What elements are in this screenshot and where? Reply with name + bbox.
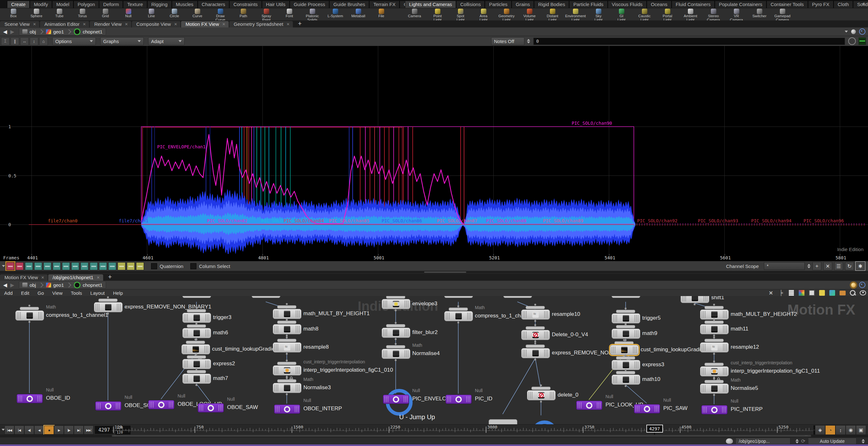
shelf-tab-lights-and-cameras[interactable]: Lights and Cameras bbox=[405, 1, 456, 8]
shelf-tool-draw-curve[interactable]: Draw Curve bbox=[209, 8, 232, 22]
shelf-tool-camera[interactable]: Camera bbox=[403, 8, 426, 22]
input-connector[interactable] bbox=[625, 323, 626, 325]
current-frame-marker[interactable]: 4297 bbox=[646, 424, 663, 433]
scroll-grip-left[interactable]: ⋯ bbox=[114, 435, 117, 437]
menu-go[interactable]: Go bbox=[34, 290, 48, 296]
channel-color-swatch-4[interactable] bbox=[43, 262, 52, 270]
global-animation-options-icon[interactable]: ▣ bbox=[856, 425, 866, 435]
node-body[interactable] bbox=[15, 310, 44, 321]
node-body[interactable] bbox=[444, 311, 473, 321]
tree-view-icon[interactable]: ╞ bbox=[778, 290, 784, 296]
node-body[interactable] bbox=[681, 296, 709, 303]
display-options-icon[interactable] bbox=[809, 290, 815, 296]
node-body[interactable] bbox=[521, 348, 550, 358]
background-image-icon[interactable] bbox=[829, 290, 835, 296]
shelf-tab-terrain-fx[interactable]: Terrain FX bbox=[369, 1, 400, 8]
notes-spinner[interactable] bbox=[527, 39, 530, 43]
shelf-tab-hair-utils[interactable]: Hair Utils bbox=[262, 1, 290, 8]
close-tab-icon[interactable]: ✕ bbox=[41, 274, 44, 281]
timeline-scroll-handle[interactable] bbox=[112, 435, 811, 437]
shelf-tool-tube[interactable]: Tube bbox=[48, 8, 71, 22]
menu-layout[interactable]: Layout bbox=[86, 290, 109, 296]
node-body[interactable] bbox=[95, 401, 121, 411]
shelf-tool-point-light[interactable]: Point Light bbox=[426, 8, 449, 22]
pane-tab-composite-view[interactable]: Composite View✕ bbox=[132, 21, 180, 28]
shelf-tool-ambient-light[interactable]: Ambient Light bbox=[679, 8, 702, 22]
output-connector[interactable] bbox=[457, 321, 459, 323]
refresh-scope-button[interactable]: ↻ bbox=[845, 262, 854, 270]
node-body[interactable] bbox=[701, 405, 727, 414]
menu-add[interactable]: Add bbox=[0, 290, 17, 296]
node-body[interactable] bbox=[273, 383, 302, 393]
fit-vertical-icon[interactable]: ↕ bbox=[30, 37, 38, 45]
ibeam-icon[interactable]: ⌶ bbox=[1, 37, 9, 45]
pin-icon-active[interactable] bbox=[851, 283, 856, 287]
input-connector[interactable] bbox=[713, 318, 715, 320]
node-body[interactable] bbox=[148, 400, 174, 409]
shelf-tool-torus[interactable]: Torus bbox=[71, 8, 94, 22]
input-connector[interactable] bbox=[713, 378, 715, 380]
back-arrow-icon[interactable]: ◀ bbox=[3, 29, 7, 35]
node-body[interactable] bbox=[273, 309, 302, 319]
pane-tab-motion-fx-view[interactable]: Motion FX View✕ bbox=[0, 274, 48, 281]
step-back-button[interactable]: ◀| bbox=[24, 425, 34, 435]
node-body[interactable] bbox=[182, 328, 211, 338]
breadcrumb-item-obj[interactable]: obj bbox=[22, 282, 36, 288]
search-icon[interactable] bbox=[849, 290, 856, 296]
shelf-tool-portal-light[interactable]: Portal Light bbox=[656, 8, 679, 22]
node-body[interactable] bbox=[610, 345, 639, 355]
home-icon[interactable]: ⌂ bbox=[39, 37, 48, 45]
shelf-tool-stereo-camera[interactable]: Stereo Camera bbox=[702, 8, 725, 22]
output-connector[interactable] bbox=[395, 338, 397, 340]
shelf-tool-environment-light[interactable]: Environment Light bbox=[564, 8, 587, 22]
shelf-tab-rigid-bodies[interactable]: Rigid Bodies bbox=[534, 1, 569, 8]
splitter-handle[interactable] bbox=[424, 272, 466, 273]
shelf-overflow-icon[interactable]: ▼ bbox=[862, 2, 865, 6]
input-connector[interactable] bbox=[286, 318, 288, 320]
channel-scope-field[interactable]: * bbox=[764, 262, 805, 270]
close-tab-icon[interactable]: ✕ bbox=[286, 21, 290, 28]
input-connector[interactable] bbox=[625, 308, 626, 309]
node-body[interactable] bbox=[700, 342, 729, 352]
channel-color-swatch-7[interactable] bbox=[71, 262, 79, 270]
node-body[interactable] bbox=[273, 324, 302, 334]
node-body[interactable] bbox=[521, 309, 550, 320]
node-body[interactable] bbox=[274, 405, 300, 414]
column-select-checkbox[interactable] bbox=[190, 263, 196, 269]
close-tab-icon[interactable]: ✕ bbox=[33, 21, 36, 28]
shelf-tab-viscous-fluids[interactable]: Viscous Fluids bbox=[608, 1, 647, 8]
node-body[interactable] bbox=[382, 299, 410, 309]
update-mode-dropdown[interactable]: Auto Update bbox=[808, 438, 857, 444]
list-scope-button[interactable]: ☰ bbox=[834, 262, 843, 270]
step-forward-button[interactable]: |▶ bbox=[64, 425, 74, 435]
forward-arrow-icon[interactable]: ▶ bbox=[10, 29, 14, 35]
adapt-dropdown[interactable]: Adapt bbox=[148, 37, 185, 45]
output-connector[interactable] bbox=[395, 359, 397, 361]
shelf-tab-create[interactable]: Create bbox=[7, 1, 30, 8]
stop-button[interactable]: ■ bbox=[44, 425, 54, 435]
input-connector[interactable] bbox=[195, 307, 197, 309]
breadcrumb-item-geo1[interactable]: geo1 bbox=[46, 282, 64, 288]
node-body[interactable] bbox=[198, 403, 224, 412]
pane-tab-scene-view[interactable]: Scene View✕ bbox=[0, 21, 39, 28]
shelf-tool-spray-paint[interactable]: Spray Paint bbox=[255, 8, 278, 22]
shelf-tool-line[interactable]: Line bbox=[140, 8, 163, 22]
next-keyframe-button[interactable]: ▶| bbox=[74, 425, 84, 435]
node-body[interactable] bbox=[634, 404, 660, 413]
play-reverse-button[interactable]: ◀ bbox=[34, 425, 44, 435]
input-connector[interactable] bbox=[623, 339, 625, 341]
output-connector[interactable] bbox=[625, 385, 626, 387]
channel-color-swatch-8[interactable] bbox=[81, 262, 89, 270]
remove-scope-button[interactable]: ✕ bbox=[823, 262, 832, 270]
pin-icon[interactable] bbox=[851, 29, 856, 34]
channel-color-swatch-3[interactable] bbox=[34, 262, 42, 270]
input-connector[interactable] bbox=[395, 322, 397, 324]
new-pane-tab-button[interactable]: ＋ bbox=[104, 272, 116, 281]
channel-color-swatch-13[interactable] bbox=[127, 262, 135, 270]
timeline[interactable]: 120750150022503000375045005250 4297 bbox=[112, 424, 813, 435]
channel-color-swatch-12[interactable] bbox=[118, 262, 125, 270]
output-connector[interactable] bbox=[713, 394, 715, 396]
sticky-note-icon[interactable] bbox=[819, 290, 825, 296]
pane-tab-animation-editor[interactable]: Animation Editor✕ bbox=[40, 21, 89, 28]
forward-arrow-icon[interactable]: ▶ bbox=[10, 282, 14, 288]
